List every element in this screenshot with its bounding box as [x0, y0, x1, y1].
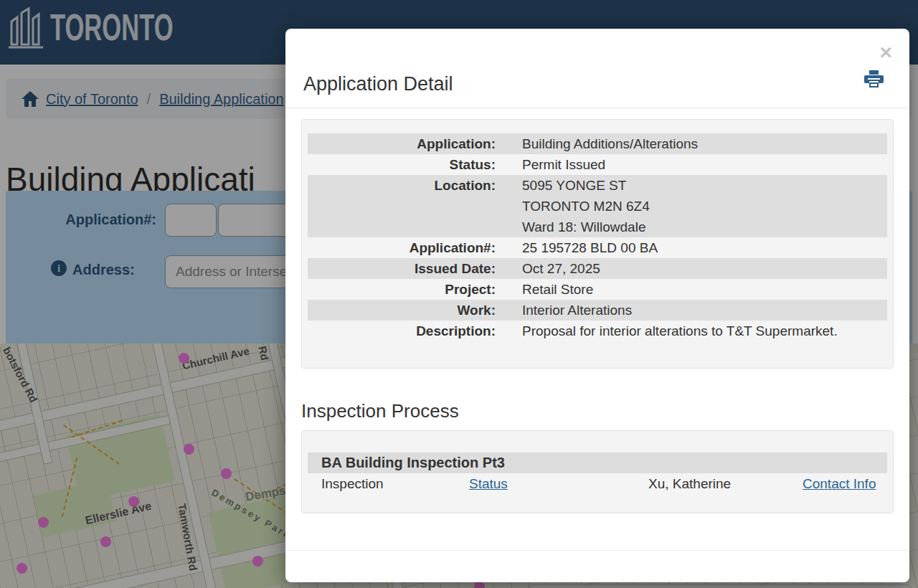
inspection-inspector: Xu, Katherine [648, 473, 803, 494]
application-detail-table: Application: Building Additions/Alterati… [301, 119, 894, 369]
print-button[interactable] [864, 70, 884, 91]
detail-value: Permit Issued [496, 154, 605, 175]
inspection-type: Inspection [308, 473, 469, 494]
detail-label: Work: [308, 300, 496, 321]
inspection-process-table: BA Building Inspection Pt3 Inspection St… [301, 430, 894, 513]
inspection-contact-info-link[interactable]: Contact Info [803, 476, 876, 491]
inspection-status-link[interactable]: Status [469, 476, 508, 491]
detail-row-status: Status: Permit Issued [308, 154, 887, 175]
detail-row-description: Description: Proposal for interior alter… [308, 321, 887, 341]
detail-label: Application: [308, 133, 496, 154]
detail-label: Issued Date: [308, 258, 496, 279]
application-detail-modal: × Application Detail Application: Buildi… [285, 29, 909, 582]
detail-row-work: Work: Interior Alterations [308, 300, 887, 321]
close-icon[interactable]: × [879, 42, 892, 63]
inspection-process-heading: Inspection Process [301, 400, 459, 422]
inspection-row: Inspection Status Xu, Katherine Contact … [308, 473, 887, 494]
detail-label: Application#: [308, 237, 496, 258]
modal-header-divider [285, 108, 909, 108]
detail-row-issued-date: Issued Date: Oct 27, 2025 [308, 258, 887, 279]
detail-label: Location: [308, 175, 496, 237]
detail-value: Interior Alterations [496, 300, 632, 321]
detail-label: Project: [308, 279, 496, 300]
location-line: 5095 YONGE ST [522, 175, 650, 196]
detail-value: Retail Store [496, 279, 593, 300]
modal-footer-divider [285, 550, 909, 551]
detail-value: 5095 YONGE ST TORONTO M2N 6Z4 Ward 18: W… [496, 175, 650, 237]
detail-label: Status: [308, 154, 496, 175]
location-line: Ward 18: Willowdale [522, 217, 650, 237]
detail-value: Proposal for interior alterations to T&T… [496, 321, 838, 341]
page-root: TORONTO City of Toronto / Building Appli… [0, 0, 918, 588]
detail-value: Building Additions/Alterations [496, 133, 698, 154]
printer-icon [864, 70, 884, 89]
detail-value: 25 195728 BLD 00 BA [496, 237, 658, 258]
location-line: TORONTO M2N 6Z4 [522, 196, 650, 217]
detail-row-project: Project: Retail Store [308, 279, 887, 300]
detail-label: Description: [308, 321, 496, 341]
detail-row-location: Location: 5095 YONGE ST TORONTO M2N 6Z4 … [308, 175, 887, 237]
detail-value: Oct 27, 2025 [496, 258, 600, 279]
detail-row-application: Application: Building Additions/Alterati… [308, 133, 887, 154]
inspection-group-title: BA Building Inspection Pt3 [308, 452, 887, 473]
detail-row-application-number: Application#: 25 195728 BLD 00 BA [308, 237, 887, 258]
modal-title: Application Detail [303, 73, 453, 95]
